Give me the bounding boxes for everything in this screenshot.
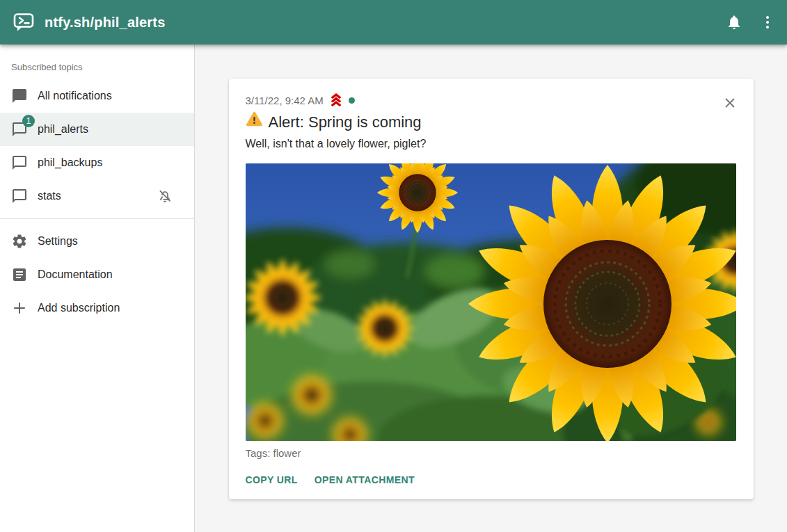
- sidebar-item-phil-alerts[interactable]: 1 phil_alerts: [0, 113, 194, 146]
- sidebar-item-label: stats: [38, 190, 157, 202]
- sidebar-divider: [0, 218, 194, 219]
- notification-title: Alert: Spring is coming: [269, 111, 422, 134]
- notifications-bell-button[interactable]: [717, 6, 751, 39]
- chat-bubble-outline-icon: [11, 188, 28, 204]
- sidebar-item-label: phil_alerts: [38, 123, 183, 136]
- copy-url-button[interactable]: COPY URL: [240, 470, 303, 490]
- chat-bubble-filled-icon: [11, 88, 28, 104]
- subscribed-topics-label: Subscribed topics: [0, 50, 194, 79]
- bell-icon: [726, 14, 742, 31]
- notifications-off-icon: [157, 188, 173, 204]
- unread-dot: [349, 97, 355, 104]
- attachment-image[interactable]: [246, 163, 736, 441]
- close-icon: [722, 95, 738, 111]
- notification-tags: Tags: flower: [246, 447, 737, 459]
- ntfy-logo-icon: [13, 11, 35, 33]
- sidebar-item-label: Documentation: [38, 268, 183, 281]
- notification-timestamp: 3/11/22, 9:42 AM: [246, 95, 324, 106]
- close-notification-button[interactable]: [716, 89, 744, 117]
- sidebar-item-add-subscription[interactable]: Add subscription: [0, 291, 194, 325]
- sidebar-item-documentation[interactable]: Documentation: [0, 258, 194, 291]
- article-icon: [11, 266, 28, 283]
- priority-max-icon: [328, 92, 344, 108]
- main-content: 3/11/22, 9:42 AM: [195, 45, 787, 532]
- kebab-menu-icon: [759, 14, 776, 31]
- plus-icon: [11, 300, 28, 316]
- warning-icon: [246, 111, 263, 134]
- sidebar-item-label: All notifications: [38, 90, 183, 102]
- chat-bubble-outline-icon: [11, 154, 28, 171]
- sidebar-item-label: Settings: [38, 235, 183, 248]
- app-title: ntfy.sh/phil_alerts: [45, 15, 717, 31]
- sidebar: Subscribed topics All notifications 1 ph…: [0, 45, 195, 532]
- notification-card: 3/11/22, 9:42 AM: [229, 79, 754, 499]
- chat-bubble-outline-icon: 1: [11, 121, 28, 138]
- sidebar-item-all-notifications[interactable]: All notifications: [0, 79, 194, 113]
- app-bar: ntfy.sh/phil_alerts: [0, 0, 787, 45]
- gear-icon: [11, 233, 28, 250]
- notification-actions: COPY URL OPEN ATTACHMENT: [240, 470, 737, 490]
- sidebar-item-label: Add subscription: [38, 302, 183, 314]
- sidebar-item-stats[interactable]: stats: [0, 179, 194, 213]
- unread-count-badge: 1: [22, 115, 35, 127]
- sidebar-item-phil-backups[interactable]: phil_backups: [0, 146, 194, 179]
- notification-message: Well, isn't that a lovely flower, piglet…: [246, 136, 737, 152]
- open-attachment-button[interactable]: OPEN ATTACHMENT: [309, 470, 420, 490]
- notification-title-row: Alert: Spring is coming: [246, 111, 737, 134]
- sidebar-item-settings[interactable]: Settings: [0, 225, 194, 258]
- sidebar-item-label: phil_backups: [38, 156, 183, 169]
- overflow-menu-button[interactable]: [751, 6, 784, 39]
